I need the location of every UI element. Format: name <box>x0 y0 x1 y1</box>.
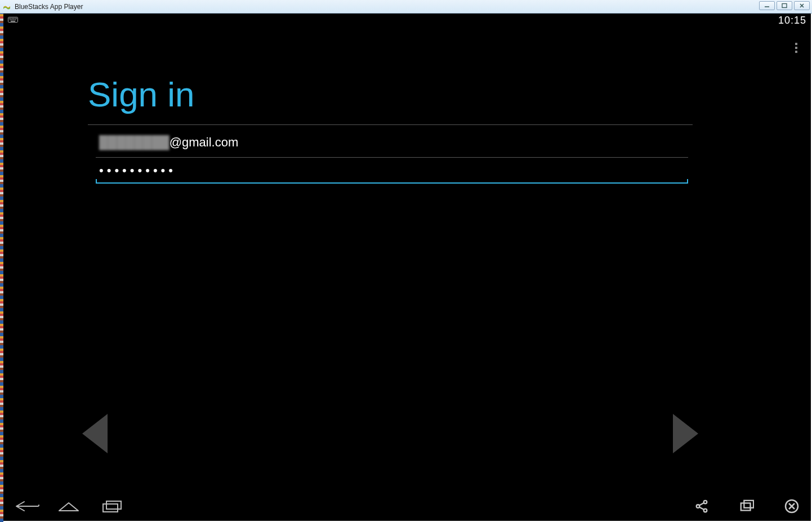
svg-line-22 <box>699 507 704 510</box>
title-divider <box>88 124 693 125</box>
window-titlebar: BlueStacks App Player <box>0 0 812 14</box>
share-icon[interactable] <box>689 495 714 517</box>
back-arrow-icon[interactable] <box>82 414 108 453</box>
svg-rect-16 <box>103 504 118 512</box>
svg-rect-4 <box>11 18 12 19</box>
minimize-button[interactable] <box>759 1 775 10</box>
left-edge-decoration <box>0 14 3 522</box>
status-bar: 10:15 <box>3 14 811 27</box>
next-arrow-icon[interactable] <box>673 414 698 453</box>
overflow-menu-icon[interactable] <box>791 43 802 53</box>
close-button[interactable] <box>794 1 810 10</box>
maximize-button[interactable] <box>777 1 792 10</box>
svg-rect-14 <box>11 21 15 22</box>
svg-rect-6 <box>14 18 15 19</box>
close-app-icon[interactable] <box>779 495 804 517</box>
app-icon <box>2 2 11 11</box>
svg-rect-5 <box>12 18 13 19</box>
svg-rect-1 <box>782 4 787 8</box>
svg-point-20 <box>704 509 707 512</box>
svg-rect-24 <box>744 501 753 508</box>
page-title: Sign in <box>88 74 693 114</box>
svg-rect-12 <box>14 20 15 21</box>
nav-home-button[interactable] <box>52 495 86 517</box>
keyboard-icon <box>8 17 18 24</box>
svg-rect-10 <box>11 20 12 21</box>
svg-rect-3 <box>9 18 10 19</box>
nav-recent-button[interactable] <box>93 495 127 517</box>
fullscreen-icon[interactable] <box>734 495 759 517</box>
status-clock: 10:15 <box>778 15 806 26</box>
email-domain: @gmail.com <box>169 135 239 149</box>
nav-back-button[interactable] <box>10 495 44 517</box>
svg-line-21 <box>699 503 704 506</box>
android-screen: 10:15 Sign in ████████@gmail.com •••••••… <box>3 14 811 521</box>
svg-rect-8 <box>16 18 17 19</box>
svg-rect-9 <box>10 20 11 21</box>
svg-rect-17 <box>106 501 121 509</box>
email-field[interactable]: ████████@gmail.com <box>96 135 688 158</box>
password-masked: •••••••••• <box>99 163 176 178</box>
svg-rect-23 <box>741 503 751 510</box>
svg-rect-13 <box>15 20 16 21</box>
window-controls <box>759 1 810 10</box>
email-local-blurred: ████████ <box>99 135 169 149</box>
svg-point-19 <box>697 505 700 508</box>
svg-rect-11 <box>12 20 14 21</box>
signin-form: Sign in ████████@gmail.com •••••••••• <box>88 74 693 184</box>
window-title: BlueStacks App Player <box>15 3 83 11</box>
password-field[interactable]: •••••••••• <box>96 161 688 184</box>
system-nav-bar <box>3 492 811 521</box>
svg-rect-7 <box>15 18 16 19</box>
svg-point-18 <box>704 501 707 504</box>
